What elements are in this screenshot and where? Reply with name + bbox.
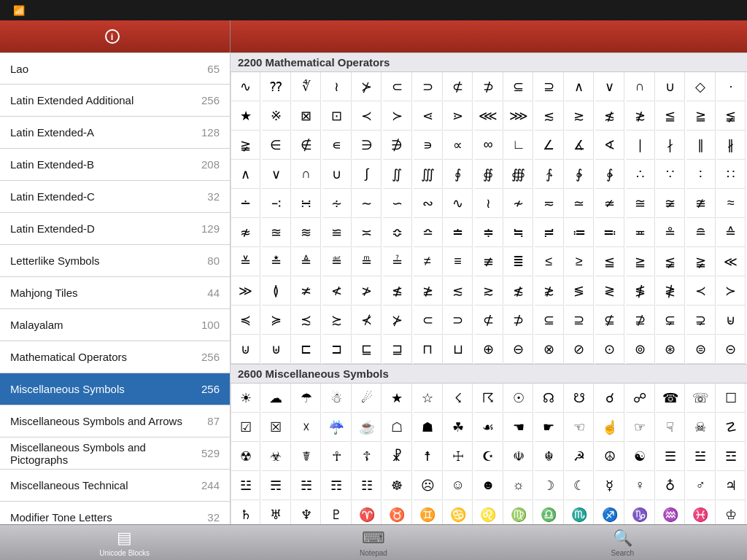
glyph-cell[interactable]: ♒: [656, 500, 685, 524]
glyph-cell[interactable]: ⊅: [474, 72, 503, 101]
glyph-cell[interactable]: ⊅: [504, 306, 533, 335]
glyph-cell[interactable]: ∳: [595, 160, 624, 189]
glyph-cell[interactable]: ⊍: [231, 335, 260, 364]
glyph-cell[interactable]: ♇: [322, 500, 352, 524]
glyph-cell[interactable]: ·: [716, 72, 746, 101]
glyph-cell[interactable]: ⊘: [565, 335, 594, 364]
sidebar-item-lao[interactable]: Lao65: [0, 52, 230, 85]
glyph-cell[interactable]: ≮: [322, 276, 352, 306]
glyph-cell[interactable]: ∪: [322, 160, 352, 189]
glyph-cell[interactable]: ⊠: [292, 101, 321, 131]
glyph-cell[interactable]: ☉: [504, 384, 533, 413]
glyph-cell[interactable]: ⊊: [656, 306, 685, 335]
glyph-cell[interactable]: ≫: [231, 276, 260, 306]
glyph-cell[interactable]: ⊄: [474, 306, 503, 335]
glyph-cell[interactable]: ☯: [626, 442, 655, 471]
glyph-cell[interactable]: ≒: [504, 218, 533, 247]
glyph-cell[interactable]: ∶: [686, 160, 716, 189]
glyph-cell[interactable]: ∱: [535, 160, 564, 189]
glyph-cell[interactable]: ☈: [474, 384, 503, 413]
glyph-cell[interactable]: ≳: [474, 276, 503, 306]
glyph-cell[interactable]: ≅: [626, 189, 655, 218]
glyph-cell[interactable]: ⊆: [504, 72, 533, 101]
glyph-cell[interactable]: ≌: [322, 218, 352, 247]
glyph-cell[interactable]: ∦: [716, 131, 746, 160]
glyph-cell[interactable]: ☺: [444, 471, 473, 500]
glyph-cell[interactable]: ≺: [686, 276, 716, 306]
glyph-cell[interactable]: ☎: [656, 384, 685, 413]
glyph-cell[interactable]: ≤: [535, 247, 564, 276]
glyph-cell[interactable]: ∡: [565, 131, 594, 160]
glyph-cell[interactable]: ⊛: [656, 335, 685, 364]
glyph-cell[interactable]: ≻: [383, 101, 412, 131]
glyph-cell[interactable]: ♀: [626, 471, 655, 500]
glyph-cell[interactable]: ≢: [474, 247, 503, 276]
glyph-cell[interactable]: ∟: [504, 131, 533, 160]
glyph-cell[interactable]: ☑: [231, 413, 260, 442]
glyph-cell[interactable]: ☐: [716, 384, 746, 413]
glyph-cell[interactable]: ♏: [565, 500, 594, 524]
glyph-cell[interactable]: ≜: [292, 247, 321, 276]
glyph-cell[interactable]: ≋: [292, 218, 321, 247]
glyph-cell[interactable]: ∯: [474, 160, 503, 189]
glyph-cell[interactable]: ☶: [322, 471, 352, 500]
glyph-cell[interactable]: ☸: [383, 471, 412, 500]
glyph-cell[interactable]: ≠: [414, 247, 443, 276]
glyph-cell[interactable]: ≃: [565, 189, 594, 218]
glyph-cell[interactable]: ☬: [535, 442, 564, 471]
glyph-cell[interactable]: ∝: [444, 131, 473, 160]
glyph-cell[interactable]: ☪: [474, 442, 503, 471]
glyph-cell[interactable]: ☩: [444, 442, 473, 471]
glyph-cell[interactable]: ∍: [414, 131, 443, 160]
glyph-cell[interactable]: ≟: [383, 247, 412, 276]
glyph-cell[interactable]: ⊕: [474, 335, 503, 364]
glyph-cell[interactable]: ∺: [292, 189, 321, 218]
glyph-cell[interactable]: ∧: [565, 72, 594, 101]
glyph-cell[interactable]: ∣: [626, 131, 655, 160]
glyph-cell[interactable]: ≷: [595, 276, 624, 306]
glyph-cell[interactable]: ⊗: [535, 335, 564, 364]
glyph-cell[interactable]: ⋘: [474, 101, 503, 131]
glyph-cell[interactable]: ☳: [231, 471, 260, 500]
glyph-cell[interactable]: ≻: [716, 276, 746, 306]
glyph-cell[interactable]: ☞: [626, 413, 655, 442]
glyph-cell[interactable]: ☓: [292, 413, 321, 442]
glyph-cell[interactable]: ⊀: [352, 306, 382, 335]
glyph-cell[interactable]: ≊: [262, 218, 291, 247]
glyph-cell[interactable]: ≿: [322, 306, 352, 335]
glyph-cell[interactable]: ☦: [352, 442, 382, 471]
glyph-cell[interactable]: ☂: [292, 384, 321, 413]
glyph-cell[interactable]: ☨: [414, 442, 443, 471]
glyph-cell[interactable]: ☲: [716, 442, 746, 471]
glyph-cell[interactable]: ⊔: [444, 335, 473, 364]
glyph-cell[interactable]: ☝: [595, 413, 624, 442]
glyph-cell[interactable]: ☫: [504, 442, 533, 471]
glyph-cell[interactable]: ♌: [474, 500, 503, 524]
glyph-cell[interactable]: ∫: [352, 160, 382, 189]
glyph-cell[interactable]: ≗: [656, 218, 685, 247]
glyph-cell[interactable]: ☒: [262, 413, 291, 442]
glyph-cell[interactable]: ☡: [716, 413, 746, 442]
glyph-cell[interactable]: ∈: [262, 131, 291, 160]
glyph-cell[interactable]: ≪: [716, 247, 746, 276]
glyph-cell[interactable]: ≴: [595, 101, 624, 131]
glyph-cell[interactable]: ∼: [352, 189, 382, 218]
glyph-cell[interactable]: ★: [231, 101, 260, 131]
glyph-cell[interactable]: ⊎: [262, 335, 291, 364]
glyph-cell[interactable]: ∉: [292, 131, 321, 160]
glyph-cell[interactable]: ≺: [352, 101, 382, 131]
glyph-cell[interactable]: ⊂: [383, 72, 412, 101]
sidebar-item-modifier-tone-letters[interactable]: Modifier Tone Letters32: [0, 502, 230, 524]
glyph-cell[interactable]: ☘: [444, 413, 473, 442]
glyph-cell[interactable]: ♎: [535, 500, 564, 524]
glyph-cell[interactable]: ≧: [626, 247, 655, 276]
glyph-cell[interactable]: ≏: [414, 218, 443, 247]
glyph-cell[interactable]: ⊡: [322, 101, 352, 131]
glyph-cell[interactable]: ∬: [383, 160, 412, 189]
glyph-cell[interactable]: ⊉: [626, 306, 655, 335]
glyph-cell[interactable]: ☍: [626, 384, 655, 413]
glyph-cell[interactable]: ∭: [414, 160, 443, 189]
glyph-cell[interactable]: ∜: [292, 72, 321, 101]
glyph-cell[interactable]: ☰: [656, 442, 685, 471]
glyph-cell[interactable]: ⋖: [414, 101, 443, 131]
